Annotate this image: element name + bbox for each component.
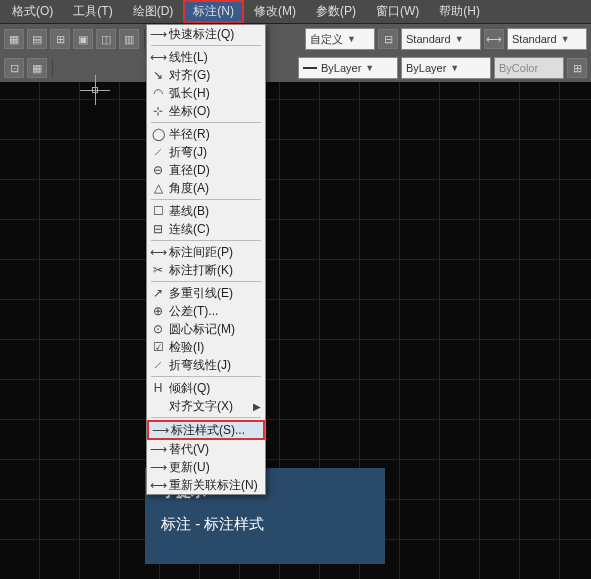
menu-icon: ⟶ bbox=[149, 423, 171, 437]
menu-item[interactable]: ⟶更新(U) bbox=[147, 458, 265, 476]
combo-custom[interactable]: 自定义 ▼ bbox=[305, 28, 375, 50]
menu-item[interactable]: ⟋折弯(J) bbox=[147, 143, 265, 161]
menu-item[interactable]: ⟶标注样式(S)... bbox=[147, 420, 265, 440]
menu-label: 基线(B) bbox=[169, 203, 265, 220]
toolbar-row-1: ▦ ▤ ⊞ ▣ ◫ ▥ 自定义 ▼ ⊟ Standard ▼ ⟷ Standar… bbox=[0, 24, 591, 54]
menu-label: 标注样式(S)... bbox=[171, 422, 263, 439]
menu-label: 直径(D) bbox=[169, 162, 265, 179]
menu-item[interactable]: ⟷重新关联标注(N) bbox=[147, 476, 265, 494]
combo-standard-1[interactable]: Standard ▼ bbox=[401, 28, 481, 50]
menu-icon: ◠ bbox=[147, 86, 169, 100]
menu-icon: ⟶ bbox=[147, 460, 169, 474]
toolbar-icon[interactable]: ⊞ bbox=[567, 58, 587, 78]
toolbar-icon[interactable]: ▥ bbox=[119, 29, 139, 49]
menu-item[interactable]: ⊹坐标(O) bbox=[147, 102, 265, 120]
combo-bylayer-1[interactable]: ByLayer ▼ bbox=[298, 57, 398, 79]
layer-icon[interactable]: ⊟ bbox=[378, 29, 398, 49]
menu-icon: ◯ bbox=[147, 127, 169, 141]
menu-separator bbox=[151, 281, 261, 282]
menu-item[interactable]: ⟷标注间距(P) bbox=[147, 243, 265, 261]
toolbar-icon[interactable]: ▦ bbox=[27, 58, 47, 78]
menu-icon: ⟶ bbox=[147, 442, 169, 456]
menu-格式(O)[interactable]: 格式(O) bbox=[2, 0, 63, 23]
caret-icon: ▼ bbox=[365, 63, 374, 73]
combo-label: ByLayer bbox=[406, 62, 446, 74]
menu-separator bbox=[151, 376, 261, 377]
menu-icon: ⊟ bbox=[147, 222, 169, 236]
menu-label: 对齐文字(X) bbox=[169, 398, 253, 415]
combo-label: Standard bbox=[512, 33, 557, 45]
menu-绘图(D)[interactable]: 绘图(D) bbox=[123, 0, 184, 23]
menu-label: 圆心标记(M) bbox=[169, 321, 265, 338]
menu-label: 连续(C) bbox=[169, 221, 265, 238]
toolbar-icon[interactable]: ◫ bbox=[96, 29, 116, 49]
dim-icon[interactable]: ⟷ bbox=[484, 29, 504, 49]
menu-修改(M)[interactable]: 修改(M) bbox=[244, 0, 306, 23]
toolbar-row-2: ⊡ ▦ ByLayer ▼ ByLayer ▼ ByColor ⊞ bbox=[0, 54, 591, 82]
menu-item[interactable]: H倾斜(Q) bbox=[147, 379, 265, 397]
menu-item[interactable]: ↘对齐(G) bbox=[147, 66, 265, 84]
combo-label: Standard bbox=[406, 33, 451, 45]
menu-icon: ⊖ bbox=[147, 163, 169, 177]
menu-item[interactable]: ◠弧长(H) bbox=[147, 84, 265, 102]
menu-参数(P)[interactable]: 参数(P) bbox=[306, 0, 366, 23]
menu-icon: ☑ bbox=[147, 340, 169, 354]
menu-item[interactable]: △角度(A) bbox=[147, 179, 265, 197]
toolbar-icon[interactable]: ▣ bbox=[73, 29, 93, 49]
combo-bylayer-2[interactable]: ByLayer ▼ bbox=[401, 57, 491, 79]
menu-item[interactable]: ⊙圆心标记(M) bbox=[147, 320, 265, 338]
toolbar-icon[interactable]: ▤ bbox=[27, 29, 47, 49]
menu-icon: ⟋ bbox=[147, 145, 169, 159]
caret-icon: ▼ bbox=[561, 34, 570, 44]
menu-工具(T)[interactable]: 工具(T) bbox=[63, 0, 122, 23]
menu-label: 标注间距(P) bbox=[169, 244, 265, 261]
menu-item[interactable]: ☑检验(I) bbox=[147, 338, 265, 356]
separator bbox=[52, 58, 53, 78]
toolbar-icon[interactable]: ⊞ bbox=[50, 29, 70, 49]
menu-separator bbox=[151, 417, 261, 418]
menu-icon: ⟷ bbox=[147, 50, 169, 64]
submenu-arrow-icon: ▶ bbox=[253, 401, 265, 412]
menu-label: 公差(T)... bbox=[169, 303, 265, 320]
menu-separator bbox=[151, 122, 261, 123]
menu-item[interactable]: ↗多重引线(E) bbox=[147, 284, 265, 302]
menu-窗口(W)[interactable]: 窗口(W) bbox=[366, 0, 429, 23]
toolbar-icon[interactable]: ⊡ bbox=[4, 58, 24, 78]
toolbar-icon[interactable]: ▦ bbox=[4, 29, 24, 49]
menu-label: 半径(R) bbox=[169, 126, 265, 143]
combo-standard-2[interactable]: Standard ▼ bbox=[507, 28, 587, 50]
menu-label: 线性(L) bbox=[169, 49, 265, 66]
menu-icon: ↘ bbox=[147, 68, 169, 82]
menu-label: 更新(U) bbox=[169, 459, 265, 476]
caret-icon: ▼ bbox=[455, 34, 464, 44]
menu-label: 快速标注(Q) bbox=[169, 26, 265, 43]
menu-item[interactable]: ◯半径(R) bbox=[147, 125, 265, 143]
menu-item[interactable]: 对齐文字(X)▶ bbox=[147, 397, 265, 415]
menu-标注(N)[interactable]: 标注(N) bbox=[183, 0, 244, 23]
menu-item[interactable]: ⊟连续(C) bbox=[147, 220, 265, 238]
menu-item[interactable]: ⊕公差(T)... bbox=[147, 302, 265, 320]
menu-icon: ☐ bbox=[147, 204, 169, 218]
menu-item[interactable]: ⟶快速标注(Q) bbox=[147, 25, 265, 43]
combo-bycolor[interactable]: ByColor bbox=[494, 57, 564, 79]
menu-item[interactable]: ⊖直径(D) bbox=[147, 161, 265, 179]
menu-label: 替代(V) bbox=[169, 441, 265, 458]
menu-label: 角度(A) bbox=[169, 180, 265, 197]
menu-item[interactable]: ⟋折弯线性(J) bbox=[147, 356, 265, 374]
menu-icon: ⊹ bbox=[147, 104, 169, 118]
menu-item[interactable]: ⟶替代(V) bbox=[147, 440, 265, 458]
menu-帮助(H)[interactable]: 帮助(H) bbox=[429, 0, 490, 23]
caret-icon: ▼ bbox=[347, 34, 356, 44]
menu-item[interactable]: ⟷线性(L) bbox=[147, 48, 265, 66]
menu-label: 折弯(J) bbox=[169, 144, 265, 161]
menu-icon: ⟷ bbox=[147, 478, 169, 492]
menu-item[interactable]: ☐基线(B) bbox=[147, 202, 265, 220]
menu-label: 多重引线(E) bbox=[169, 285, 265, 302]
menu-label: 标注打断(K) bbox=[169, 262, 265, 279]
menu-separator bbox=[151, 45, 261, 46]
menu-label: 坐标(O) bbox=[169, 103, 265, 120]
tip-body: 标注 - 标注样式 bbox=[161, 515, 369, 534]
caret-icon: ▼ bbox=[450, 63, 459, 73]
menu-item[interactable]: ✂标注打断(K) bbox=[147, 261, 265, 279]
menu-icon: ⊙ bbox=[147, 322, 169, 336]
